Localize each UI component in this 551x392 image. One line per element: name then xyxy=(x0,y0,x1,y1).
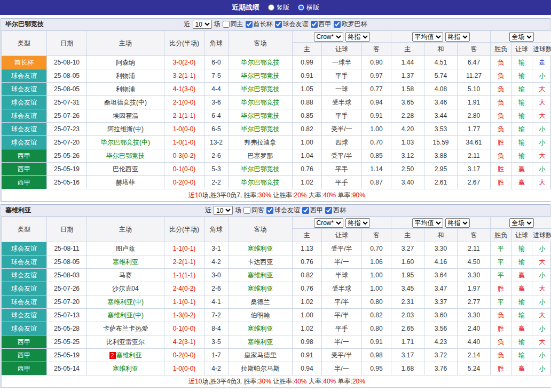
away-team-name[interactable]: 桑德兰 xyxy=(251,298,270,306)
home-team[interactable]: 塞维利亚 xyxy=(87,255,164,269)
away-team[interactable]: 塞维利亚 xyxy=(229,322,293,335)
competition-checkbox[interactable] xyxy=(311,21,318,28)
home-team-name[interactable]: 卡萨布兰卡热爱 xyxy=(103,325,148,332)
home-team[interactable]: 埃因霍温 xyxy=(87,109,164,123)
competition-filter[interactable]: 球会友谊 xyxy=(275,20,309,29)
away-team[interactable]: 巴塞罗那 xyxy=(229,149,293,163)
away-team[interactable]: 毕尔巴鄂竞技 xyxy=(229,163,293,176)
home-team-name[interactable]: 赫塔菲 xyxy=(116,179,135,186)
horizontal-layout-radio[interactable] xyxy=(298,4,304,11)
team-name[interactable]: 毕尔巴鄂竞技 xyxy=(5,20,44,29)
away-team-name[interactable]: 毕尔巴鄂竞技 xyxy=(241,99,280,106)
match-score[interactable]: 4-2(3-1) xyxy=(164,335,204,349)
away-team-name[interactable]: 毕尔巴鄂竞技 xyxy=(241,85,280,93)
match-score[interactable]: 4-1(3-0) xyxy=(164,83,204,96)
away-team-name[interactable]: 毕尔巴鄂竞技 xyxy=(241,112,280,119)
away-team[interactable]: 塞维利亚 xyxy=(229,282,293,295)
home-team[interactable]: 2塞维利亚 xyxy=(87,349,164,362)
away-team-name[interactable]: 毕尔巴鄂竞技 xyxy=(241,72,280,79)
match-score[interactable]: 2-2(1-1) xyxy=(164,255,204,269)
away-team[interactable]: 塞维利亚 xyxy=(229,269,293,282)
bookmaker-select[interactable]: Crow* xyxy=(314,218,343,228)
same-venue-checkbox[interactable] xyxy=(243,207,250,214)
match-count-select[interactable]: 10 xyxy=(193,20,212,29)
home-team-name[interactable]: 塞维利亚(中) xyxy=(107,311,144,319)
competition-filter[interactable]: 酋长杯 xyxy=(246,20,273,29)
match-score[interactable]: 1-1(0-1) xyxy=(164,242,204,255)
competition-checkbox[interactable] xyxy=(266,207,273,214)
away-team[interactable]: 塞维利亚 xyxy=(229,242,293,255)
same-venue-checkbox[interactable] xyxy=(223,21,230,28)
competition-filter[interactable]: 西甲 xyxy=(302,206,323,215)
home-team-name[interactable]: 图卢兹 xyxy=(116,245,135,252)
scope-select[interactable]: 全场 xyxy=(509,32,534,42)
away-team[interactable]: 毕尔巴鄂竞技 xyxy=(229,109,293,123)
away-team[interactable]: 毕尔巴鄂竞技 xyxy=(229,69,293,83)
competition-filter[interactable]: 西甲 xyxy=(311,20,332,29)
competition-checkbox[interactable] xyxy=(334,21,341,28)
home-team[interactable]: 桑坦德竞技(中) xyxy=(87,96,164,109)
home-team-name[interactable]: 塞维利亚 xyxy=(113,365,138,372)
away-team[interactable]: 伯明翰 xyxy=(229,309,293,322)
match-score[interactable]: 2-1(1-1) xyxy=(164,109,204,123)
away-team[interactable]: 毕尔巴鄂竞技 xyxy=(229,83,293,96)
away-team-name[interactable]: 卡达西亚 xyxy=(248,258,273,266)
vertical-layout-radio[interactable] xyxy=(268,4,274,11)
competition-checkbox[interactable] xyxy=(325,207,332,214)
match-score[interactable]: 3-2(1-1) xyxy=(164,69,204,83)
same-venue-filter[interactable]: 同客 xyxy=(243,206,264,215)
away-team[interactable]: 拉斯帕尔马斯 xyxy=(229,362,293,375)
home-team-name[interactable]: 利物浦 xyxy=(116,72,135,79)
home-team[interactable]: 沙尔克04 xyxy=(87,282,164,295)
away-team-name[interactable]: 皇家马德里 xyxy=(245,351,277,359)
same-venue-filter[interactable]: 同主 xyxy=(223,20,243,29)
home-team-name[interactable]: 塞维利亚(中) xyxy=(107,298,144,306)
home-team[interactable]: 巴伦西亚 xyxy=(87,163,164,176)
away-team[interactable]: 塞维利亚 xyxy=(229,335,293,349)
team-name[interactable]: 塞维利亚 xyxy=(5,206,31,215)
home-team[interactable]: 毕尔巴鄂竞技(中) xyxy=(87,136,164,149)
match-score[interactable]: 1-1(0-1) xyxy=(164,295,204,309)
away-team-name[interactable]: 毕尔巴鄂竞技 xyxy=(241,165,280,173)
competition-filter[interactable]: 西杯 xyxy=(325,206,346,215)
scope-select[interactable]: 全场 xyxy=(509,218,534,228)
match-score[interactable]: 0-2(0-0) xyxy=(164,349,204,362)
final-index-select[interactable]: 终指 xyxy=(345,32,370,42)
away-team-name[interactable]: 塞维利亚 xyxy=(248,325,273,332)
home-team-name[interactable]: 比利亚雷亚尔 xyxy=(106,338,145,346)
match-score[interactable]: 3-0(2-0) xyxy=(164,56,204,69)
home-team[interactable]: 利物浦 xyxy=(87,69,164,83)
away-team-name[interactable]: 塞维利亚 xyxy=(248,285,273,292)
away-team[interactable]: 卡达西亚 xyxy=(229,255,293,269)
away-team-name[interactable]: 邦弗拉迪拿 xyxy=(245,139,277,146)
bookmaker-select[interactable]: Crow* xyxy=(314,32,343,42)
away-team-name[interactable]: 毕尔巴鄂竞技 xyxy=(241,59,280,66)
final-index-select[interactable]: 终指 xyxy=(445,218,470,228)
away-team-name[interactable]: 塞维利亚 xyxy=(248,271,273,279)
match-score[interactable]: 0-3(0-2) xyxy=(164,149,204,163)
home-team-name[interactable]: 利物浦 xyxy=(116,85,135,93)
competition-checkbox[interactable] xyxy=(302,207,309,214)
competition-filter[interactable]: 球会友谊 xyxy=(266,206,300,215)
home-team[interactable]: 图卢兹 xyxy=(87,242,164,255)
match-count-select[interactable]: 10 xyxy=(214,206,233,215)
match-score[interactable]: 1-0(0-0) xyxy=(164,123,204,136)
match-score[interactable]: 1-0(0-0) xyxy=(164,362,204,375)
final-index-select[interactable]: 终指 xyxy=(445,32,470,42)
match-score[interactable]: 0-2(0-0) xyxy=(164,176,204,189)
match-score[interactable]: 1-0(1-0) xyxy=(164,136,204,149)
home-team[interactable]: 塞维利亚 xyxy=(87,362,164,375)
home-team-name[interactable]: 毕尔巴鄂竞技 xyxy=(106,152,145,159)
home-team[interactable]: 塞维利亚(中) xyxy=(87,295,164,309)
layout-option-vertical[interactable]: 竖版 xyxy=(268,3,289,12)
home-team-name[interactable]: 毕尔巴鄂竞技(中) xyxy=(101,139,150,146)
home-team[interactable]: 利物浦 xyxy=(87,83,164,96)
away-team[interactable]: 桑德兰 xyxy=(229,295,293,309)
competition-filter[interactable]: 欧罗巴杯 xyxy=(334,20,367,29)
match-score[interactable]: 2-4(0-2) xyxy=(164,282,204,295)
home-team-name[interactable]: 塞维利亚 xyxy=(116,351,142,359)
home-team-name[interactable]: 桑坦德竞技(中) xyxy=(104,99,147,106)
average-select[interactable]: 平均值 xyxy=(412,218,443,228)
home-team[interactable]: 马赛 xyxy=(87,269,164,282)
competition-checkbox[interactable] xyxy=(246,21,253,28)
